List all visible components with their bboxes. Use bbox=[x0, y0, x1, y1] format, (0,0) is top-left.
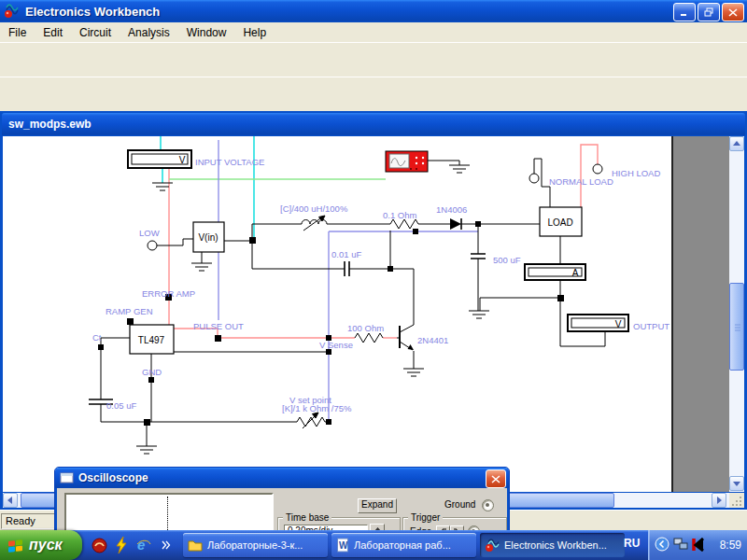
label-inductor-value: [C]/400 uH/100% bbox=[280, 203, 348, 214]
label-ramp-gen: RAMP GEN bbox=[106, 306, 153, 316]
oscilloscope-window-icon bbox=[60, 472, 74, 483]
taskbar-item-folder[interactable]: Лабораторные-3-к... bbox=[183, 533, 328, 557]
label-timing-cap: 0.05 uF bbox=[106, 400, 136, 411]
arrow-up-icon bbox=[733, 141, 740, 147]
minimize-button[interactable] bbox=[673, 3, 696, 21]
label-normal-load: NORMAL LOAD bbox=[549, 176, 613, 187]
menu-edit[interactable]: Edit bbox=[35, 24, 71, 41]
start-button[interactable]: пуск bbox=[0, 530, 82, 560]
svg-text:e: e bbox=[137, 537, 145, 553]
inductor[interactable] bbox=[302, 216, 327, 231]
label-feedback-cap: 0.01 uF bbox=[331, 249, 361, 259]
menu-window[interactable]: Window bbox=[178, 24, 235, 41]
svg-text:V: V bbox=[179, 155, 186, 165]
label-low: LOW bbox=[139, 228, 160, 238]
menu-file[interactable]: File bbox=[0, 24, 35, 41]
scroll-down-button[interactable] bbox=[729, 476, 744, 491]
lightning-icon bbox=[115, 537, 129, 553]
oscilloscope-instrument-icon[interactable] bbox=[386, 151, 428, 172]
app-titlebar: Electronics Workbench bbox=[0, 0, 747, 22]
label-high-load: HIGH LOAD bbox=[612, 168, 660, 178]
taskbar-item-electronics-workbench[interactable]: Electronics Workben... bbox=[480, 533, 625, 557]
menu-analysis[interactable]: Analysis bbox=[120, 24, 178, 41]
label-pot-value: [K]/1 k Ohm /75% bbox=[282, 403, 352, 413]
thumb-grip-icon bbox=[730, 284, 745, 371]
vertical-scrollbar[interactable] bbox=[729, 136, 744, 492]
load-subcircuit[interactable]: LOAD bbox=[540, 207, 582, 236]
folder-icon bbox=[188, 539, 203, 552]
arrow-left-icon bbox=[7, 497, 13, 504]
ground-label: Ground bbox=[444, 499, 475, 510]
arrow-down-icon bbox=[733, 481, 740, 486]
svg-text:W: W bbox=[339, 540, 348, 551]
quicklaunch-app1[interactable] bbox=[90, 535, 108, 555]
main-toolbar: 60% ? bbox=[0, 42, 747, 77]
vertical-scroll-thumb[interactable] bbox=[729, 283, 744, 371]
arrow-right-icon bbox=[716, 497, 722, 504]
quicklaunch-chevron[interactable] bbox=[157, 535, 176, 555]
expand-button[interactable]: Expand bbox=[358, 498, 397, 513]
schematic-canvas[interactable]: V A V V(in) TL497 L bbox=[3, 136, 672, 492]
start-label: пуск bbox=[29, 537, 63, 553]
document-titlebar[interactable]: sw_modps.ewb bbox=[2, 113, 745, 135]
document-title: sw_modps.ewb bbox=[8, 118, 92, 131]
scroll-up-button[interactable] bbox=[729, 136, 744, 151]
tl497-ic[interactable]: TL497 bbox=[130, 325, 174, 354]
scroll-left-button[interactable] bbox=[3, 493, 18, 508]
vin-subcircuit[interactable]: V(in) bbox=[193, 222, 224, 252]
menu-help[interactable]: Help bbox=[234, 24, 275, 41]
desktop: Electronics Workbench File Edit Circuit … bbox=[0, 0, 747, 560]
kaspersky-icon bbox=[692, 538, 706, 552]
npn-transistor[interactable] bbox=[400, 325, 414, 350]
hide-tray-icons-button[interactable] bbox=[653, 534, 671, 554]
svg-text:V(in): V(in) bbox=[198, 232, 218, 243]
oscilloscope-title: Oscilloscope bbox=[78, 471, 148, 484]
feedback-capacitor[interactable] bbox=[345, 261, 349, 276]
svg-text:TL497: TL497 bbox=[138, 335, 165, 345]
oscilloscope-close-button[interactable] bbox=[486, 469, 506, 488]
menu-circuit[interactable]: Circuit bbox=[71, 24, 120, 41]
restore-button[interactable] bbox=[698, 3, 720, 21]
language-indicator[interactable]: RU bbox=[624, 537, 640, 550]
red-app-icon bbox=[92, 538, 107, 553]
workspace-dead-area bbox=[672, 136, 730, 492]
oscilloscope-titlebar[interactable]: Oscilloscope bbox=[55, 468, 509, 488]
taskbar-item-word-document[interactable]: W Лабораторная раб... bbox=[331, 533, 476, 557]
restore-icon bbox=[704, 7, 714, 17]
input-voltmeter[interactable]: V bbox=[128, 150, 191, 168]
word-document-icon: W bbox=[336, 538, 349, 553]
quicklaunch-app2[interactable] bbox=[112, 535, 131, 555]
label-input-voltage: INPUT VOLTAGE bbox=[195, 157, 264, 167]
windows-logo-icon bbox=[7, 538, 24, 553]
network-tray-icon[interactable] bbox=[671, 534, 690, 554]
potentiometer[interactable] bbox=[297, 413, 325, 428]
label-ct: Ct bbox=[92, 332, 102, 343]
schematic-labels: INPUT VOLTAGE LOW [C]/400 uH/100% 0.1 Oh… bbox=[92, 157, 669, 413]
clock[interactable]: 8:59 bbox=[720, 539, 741, 552]
diode[interactable] bbox=[450, 218, 461, 230]
label-error-amp: ERROR AMP bbox=[142, 288, 195, 299]
app-title: Electronics Workbench bbox=[25, 5, 160, 19]
label-pulse-out: PULSE OUT bbox=[193, 321, 244, 331]
series-resistor[interactable] bbox=[390, 219, 418, 229]
parts-toolbar: ANA MIXED DIGIT S bbox=[0, 77, 747, 112]
scroll-right-button[interactable] bbox=[712, 493, 726, 508]
output-ammeter[interactable]: A bbox=[525, 264, 585, 280]
antivirus-tray-icon[interactable] bbox=[689, 534, 708, 554]
label-base-resistor: 100 Ohm bbox=[347, 323, 384, 333]
output-voltmeter[interactable]: V bbox=[568, 315, 628, 331]
quicklaunch-internet-explorer[interactable]: e bbox=[134, 535, 153, 555]
base-resistor[interactable] bbox=[355, 333, 383, 343]
output-capacitor[interactable] bbox=[471, 254, 486, 259]
trigger-label: Trigger bbox=[408, 512, 443, 523]
resize-grip[interactable] bbox=[729, 493, 744, 508]
ground-radio[interactable] bbox=[482, 499, 494, 511]
label-transistor: 2N4401 bbox=[417, 335, 448, 345]
timebase-label: Time base bbox=[283, 512, 331, 523]
label-series-resistor: 0.1 Ohm bbox=[383, 210, 417, 220]
close-icon bbox=[491, 475, 500, 483]
close-button[interactable] bbox=[722, 3, 744, 21]
label-v-sense: V Sense bbox=[319, 340, 353, 350]
taskbar: пуск e Лабораторные-3-к... bbox=[0, 530, 747, 560]
circuit-document-window: sw_modps.ewb bbox=[0, 111, 747, 510]
